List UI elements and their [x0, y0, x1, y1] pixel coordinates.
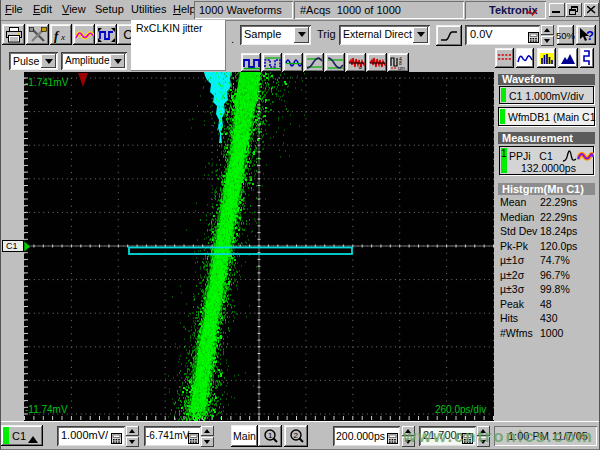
svg-text:1: 1 [268, 431, 273, 440]
svg-text:?: ? [586, 28, 594, 43]
svg-text:f: f [54, 28, 60, 43]
svg-text:2: 2 [293, 431, 298, 440]
svg-text:a: a [359, 64, 362, 70]
svg-text:x: x [60, 32, 65, 42]
svg-text:-1.741mV: -1.741mV [25, 77, 69, 88]
svg-text:-11.74mV: -11.74mV [25, 404, 68, 415]
svg-text:260.0ps/div: 260.0ps/div [435, 404, 486, 415]
svg-text:um: um [398, 64, 405, 70]
